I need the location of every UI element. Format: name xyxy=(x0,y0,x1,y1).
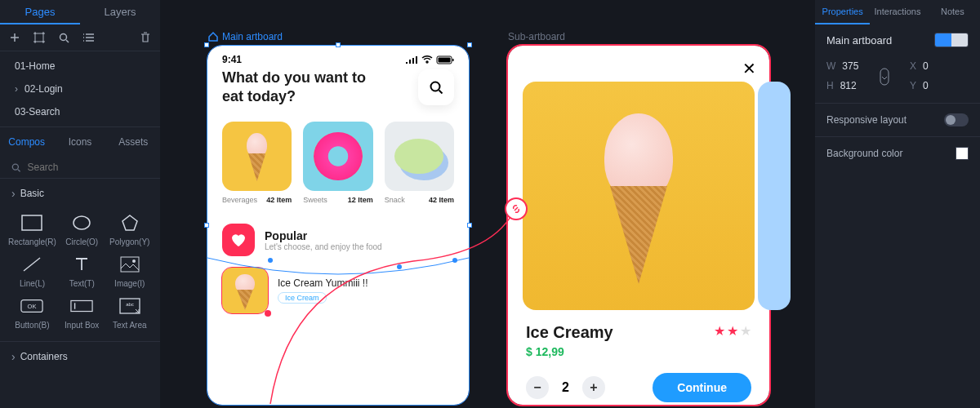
food-thumb[interactable] xyxy=(222,268,268,313)
svg-rect-3 xyxy=(22,215,42,230)
width-field[interactable]: W375 xyxy=(826,60,885,72)
portrait-option[interactable] xyxy=(935,33,951,47)
svg-point-1 xyxy=(60,33,66,40)
close-icon[interactable]: ✕ xyxy=(742,59,756,78)
star-icon: ★ xyxy=(727,323,738,339)
assets-tabs: Compos Icons Assets xyxy=(0,127,160,157)
popular-title: Popular xyxy=(265,229,382,242)
main-artboard-label[interactable]: Main artboard xyxy=(207,31,283,42)
tab-properties[interactable]: Properties xyxy=(815,0,870,24)
canvas[interactable]: Main artboard Sub-artboard 9:41 What do … xyxy=(160,0,815,408)
list-icon[interactable] xyxy=(82,31,95,44)
qty-value: 2 xyxy=(562,380,569,395)
food-item[interactable]: Ice Cream Yummiii !! Ice Cream xyxy=(207,261,469,320)
svg-point-2 xyxy=(12,164,18,170)
continue-button[interactable]: Continue xyxy=(653,373,751,402)
section-basic[interactable]: Basic xyxy=(0,179,160,208)
line-icon xyxy=(20,255,43,274)
compos-grid: Rectangle(R) Circle(O) Polygon(Y) Line(L… xyxy=(0,208,160,341)
svg-text:abc: abc xyxy=(126,302,134,307)
svg-text:OK: OK xyxy=(28,303,37,310)
popular-section: Popular Let's choose, and enjoy the food xyxy=(207,211,469,261)
artboard-name-label: Main artboard xyxy=(826,34,892,47)
responsive-toggle[interactable] xyxy=(944,113,969,126)
compo-rectangle[interactable]: Rectangle(R) xyxy=(8,213,56,246)
tab-compos[interactable]: Compos xyxy=(0,136,53,148)
responsive-label: Responsive layout xyxy=(826,114,906,126)
detail-name: Ice Creamy xyxy=(526,323,613,342)
sub-artboard[interactable]: ✕ Ice Creamy $ 12,99 ★ ★ ★ − 2 xyxy=(508,46,769,405)
pages-list: 01-Home 02-Login 03-Search xyxy=(0,51,160,127)
tab-icons[interactable]: Icons xyxy=(53,136,106,148)
tab-notes[interactable]: Notes xyxy=(925,0,980,24)
tab-pages[interactable]: Pages xyxy=(0,0,80,24)
search-input[interactable] xyxy=(27,162,149,173)
circle-icon xyxy=(70,213,93,233)
compo-image[interactable]: Image(I) xyxy=(107,255,152,288)
home-icon xyxy=(207,31,219,42)
signal-icon xyxy=(405,55,418,64)
next-card-peek xyxy=(758,82,791,310)
compo-text[interactable]: Text(T) xyxy=(60,255,105,288)
add-page-icon[interactable] xyxy=(8,31,21,44)
category-beverages[interactable]: Beverages42 Item xyxy=(222,122,292,204)
button-icon: OK xyxy=(20,296,43,316)
rectangle-icon xyxy=(20,213,43,233)
y-field[interactable]: Y0 xyxy=(910,80,969,91)
compo-polygon[interactable]: Polygon(Y) xyxy=(107,213,152,246)
page-item-search[interactable]: 03-Search xyxy=(0,100,160,123)
orientation-toggle[interactable] xyxy=(934,33,969,47)
category-snack[interactable]: Snack42 Item xyxy=(385,122,454,204)
popular-subtitle: Let's choose, and enjoy the food xyxy=(265,242,382,251)
compo-line[interactable]: Line(L) xyxy=(8,255,56,288)
categories-row: Beverages42 Item Sweets12 Item Snack42 I… xyxy=(207,107,469,211)
pages-toolbar xyxy=(0,24,160,51)
quantity-stepper: − 2 + xyxy=(526,376,605,399)
rating-stars[interactable]: ★ ★ ★ xyxy=(714,323,751,339)
search-button[interactable] xyxy=(418,69,454,105)
textarea-icon: abc xyxy=(118,296,141,316)
input-icon xyxy=(70,296,93,316)
search-icon xyxy=(429,80,443,95)
battery-icon xyxy=(436,55,454,64)
height-field[interactable]: H812 xyxy=(826,80,885,91)
svg-rect-10 xyxy=(71,300,92,311)
star-icon: ★ xyxy=(740,323,751,339)
landscape-option[interactable] xyxy=(951,33,968,47)
search-pages-icon[interactable] xyxy=(57,31,70,44)
polygon-icon xyxy=(118,213,141,233)
page-item-home[interactable]: 01-Home xyxy=(0,55,160,78)
link-badge-icon[interactable] xyxy=(505,197,528,220)
status-bar: 9:41 xyxy=(207,46,469,69)
sub-artboard-label[interactable]: Sub-artboard xyxy=(508,31,565,42)
x-field[interactable]: X0 xyxy=(910,60,969,72)
aspect-lock-icon[interactable] xyxy=(879,67,890,89)
category-sweets[interactable]: Sweets12 Item xyxy=(303,122,372,204)
tab-layers[interactable]: Layers xyxy=(80,0,160,24)
main-artboard[interactable]: 9:41 What do you want to eat today? Beve… xyxy=(207,46,469,405)
tab-interactions[interactable]: Interactions xyxy=(870,0,924,24)
artboard-icon[interactable] xyxy=(33,31,46,44)
page-item-login[interactable]: 02-Login xyxy=(0,78,160,100)
compo-circle[interactable]: Circle(O) xyxy=(60,213,105,246)
right-tabs: Properties Interactions Notes xyxy=(815,0,980,24)
svg-rect-15 xyxy=(452,59,454,61)
svg-point-4 xyxy=(74,216,90,229)
left-panel: Pages Layers 01-Home 02-Login 03-Search … xyxy=(0,0,160,408)
wifi-icon xyxy=(421,55,433,64)
svg-rect-6 xyxy=(121,257,139,272)
qty-plus-button[interactable]: + xyxy=(582,376,605,399)
heart-icon xyxy=(222,224,255,256)
bgcolor-swatch[interactable] xyxy=(956,147,969,160)
detail-price: $ 12,99 xyxy=(526,345,613,358)
food-name: Ice Cream Yummiii !! xyxy=(278,277,368,289)
compo-inputbox[interactable]: Input Box xyxy=(60,296,105,330)
detail-image xyxy=(523,82,755,310)
assets-search[interactable] xyxy=(0,157,160,179)
compo-button[interactable]: OKButton(B) xyxy=(8,296,56,330)
section-containers[interactable]: Containers xyxy=(0,341,160,371)
compo-textarea[interactable]: abcText Area xyxy=(107,296,152,330)
trash-icon[interactable] xyxy=(139,31,152,44)
tab-assets[interactable]: Assets xyxy=(107,136,160,148)
qty-minus-button[interactable]: − xyxy=(526,376,549,399)
